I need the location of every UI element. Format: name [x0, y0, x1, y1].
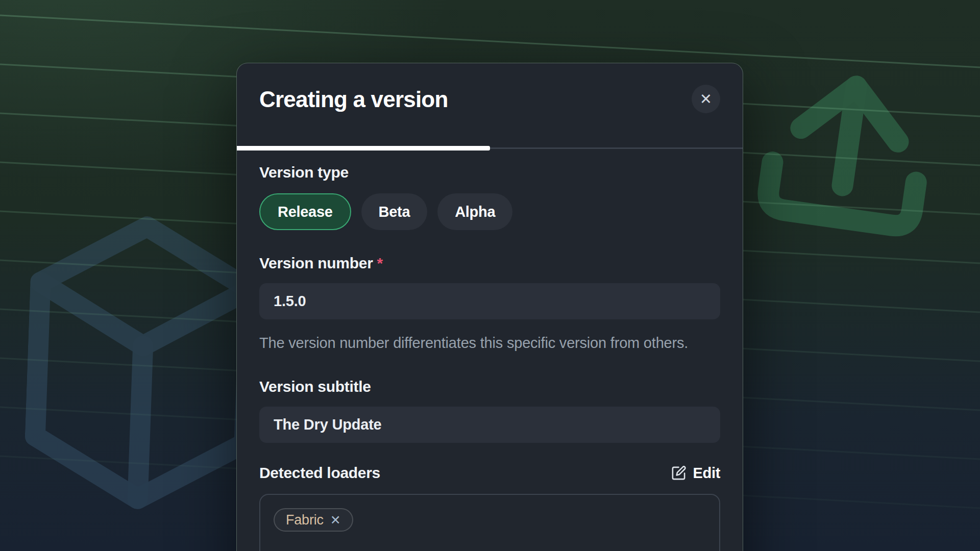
version-type-label: Version type: [259, 164, 720, 181]
close-button[interactable]: ✕: [692, 85, 720, 113]
version-number-help: The version number differentiates this s…: [259, 334, 704, 353]
modal-header: Creating a version ✕: [237, 63, 743, 112]
modal-title: Creating a version: [259, 87, 720, 112]
edit-label: Edit: [693, 465, 720, 482]
detected-loaders-label: Detected loaders: [259, 464, 380, 482]
modal-body: Version type Release Beta Alpha Version …: [237, 151, 743, 551]
remove-loader-icon: ✕: [330, 514, 341, 527]
remove-loader-button[interactable]: ✕: [330, 514, 341, 527]
create-version-modal: Creating a version ✕ Version type Releas…: [236, 63, 743, 551]
version-number-label-text: Version number: [259, 255, 373, 271]
desktop-background: Creating a version ✕ Version type Releas…: [0, 0, 980, 551]
loader-chip-fabric: Fabric ✕: [274, 508, 353, 532]
version-type-release-button[interactable]: Release: [259, 193, 351, 230]
progress-fill: [237, 146, 490, 151]
progress-bar: [237, 146, 743, 151]
version-type-options: Release Beta Alpha: [259, 193, 720, 230]
version-number-label: Version number*: [259, 255, 720, 272]
required-asterisk: *: [377, 255, 383, 271]
detected-loaders-box: Fabric ✕: [259, 494, 720, 551]
version-type-alpha-button[interactable]: Alpha: [437, 193, 512, 230]
version-subtitle-label: Version subtitle: [259, 378, 720, 395]
version-number-input[interactable]: [259, 283, 720, 319]
version-subtitle-input[interactable]: [259, 407, 720, 443]
loader-chip-label: Fabric: [286, 513, 324, 527]
edit-loaders-button[interactable]: Edit: [671, 465, 720, 482]
version-type-beta-button[interactable]: Beta: [361, 193, 428, 230]
close-icon: ✕: [700, 92, 712, 107]
edit-icon: [671, 465, 687, 481]
